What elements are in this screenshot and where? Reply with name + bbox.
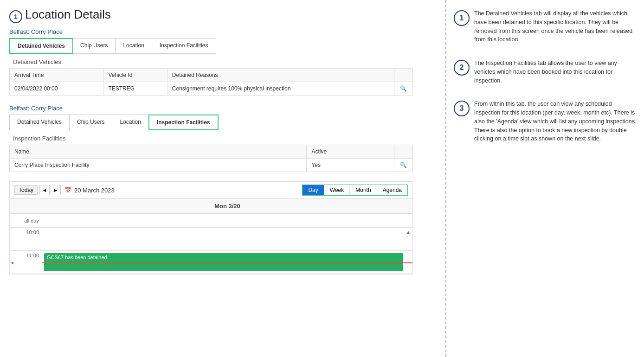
- view-agenda-button[interactable]: Agenda: [377, 185, 407, 195]
- col-name: Name: [10, 145, 307, 159]
- detained-vehicles-table: Arrival Time Vehicle Id Detained Reasons…: [9, 68, 413, 96]
- calendar-icon: 📅: [64, 187, 71, 193]
- view-day-button[interactable]: Day: [303, 185, 324, 195]
- tab-chip-users-1[interactable]: Chip Users: [73, 38, 116, 53]
- all-day-content: [42, 214, 412, 227]
- time-row-11: ► 11:00 GCS67 has been detained: [10, 251, 412, 274]
- calendar-date: 20 March 2023: [74, 187, 115, 194]
- tab-detained-vehicles-2[interactable]: Detained Vehicles: [10, 115, 70, 130]
- tab-location-1[interactable]: Location: [116, 38, 152, 53]
- help-circle-1: 1: [454, 10, 470, 26]
- tabs-2: Detained Vehicles Chip Users Location In…: [9, 115, 219, 130]
- section-inspection-facilities: Belfast: Corry Place Detained Vehicles C…: [9, 105, 436, 274]
- inspection-facilities-title: Inspection Facilities: [13, 135, 436, 142]
- table-row: 02/04/2022 00:00 TESTREG Consignment req…: [10, 82, 413, 96]
- calendar-grid: Mon 3/20 all day 10:00 ▲ ► 11:00: [9, 199, 413, 274]
- time-col-header: [10, 199, 42, 213]
- search-icon-2[interactable]: 🔍: [400, 162, 407, 168]
- tab-inspection-facilities-1[interactable]: Inspection Facilities: [152, 38, 216, 53]
- time-content-10[interactable]: ▲: [42, 228, 412, 250]
- view-month-button[interactable]: Month: [350, 185, 377, 195]
- col-actions-1: [394, 69, 413, 82]
- section-detained-vehicles: Belfast: Corry Place Detained Vehicles C…: [9, 28, 436, 96]
- prev-arrow[interactable]: ◄: [39, 185, 50, 195]
- all-day-label: all day: [10, 214, 42, 227]
- help-item-2: 2 The Inspection Facilities tab allows t…: [454, 59, 637, 85]
- cell-facility-active: Yes: [307, 159, 394, 172]
- calendar-nav: Today ◄ ► 📅 20 March 2023 Day Week Month…: [9, 181, 413, 199]
- cell-search-1[interactable]: 🔍: [394, 82, 413, 96]
- detained-vehicles-title: Detained Vehicles: [13, 58, 436, 65]
- table-row: Corry Place Inspection Facility Yes 🔍: [10, 159, 413, 172]
- current-time-line: [42, 262, 412, 263]
- col-active: Active: [307, 145, 394, 159]
- tabs-1: Detained Vehicles Chip Users Location In…: [9, 38, 216, 54]
- help-item-1: 1 The Detained Vehicles tab will display…: [454, 9, 637, 44]
- search-icon-1[interactable]: 🔍: [400, 85, 407, 92]
- scroll-indicator: ▲: [406, 228, 411, 250]
- cell-facility-name: Corry Place Inspection Facility: [10, 159, 307, 172]
- inspection-facilities-table: Name Active Corry Place Inspection Facil…: [9, 145, 413, 172]
- view-week-button[interactable]: Week: [324, 185, 350, 195]
- today-button[interactable]: Today: [14, 185, 38, 195]
- time-content-11[interactable]: GCS67 has been detained: [42, 251, 412, 274]
- next-arrow[interactable]: ►: [51, 185, 61, 195]
- cell-arrival-time: 02/04/2022 00:00: [10, 82, 103, 96]
- tab-inspection-facilities-2[interactable]: Inspection Facilities: [148, 115, 219, 130]
- scroll-up-icon: ▲: [406, 230, 411, 235]
- col-vehicle-id: Vehicle Id: [103, 69, 167, 82]
- col-detained-reasons: Detained Reasons: [167, 69, 394, 82]
- main-content: 1 Location Details Belfast: Corry Place …: [0, 0, 445, 357]
- badge-1: 1: [9, 10, 22, 23]
- help-text-1: The Detained Vehicles tab will display a…: [474, 9, 637, 44]
- view-buttons: Day Week Month Agenda: [302, 185, 408, 196]
- help-text-2: The Inspection Facilities tab allows the…: [474, 59, 637, 85]
- location-name-2: Belfast: Corry Place: [9, 105, 436, 112]
- calendar-day-header: Mon 3/20: [42, 199, 412, 213]
- col-arrival-time: Arrival Time: [10, 69, 103, 82]
- tab-chip-users-2[interactable]: Chip Users: [70, 115, 112, 130]
- cell-vehicle-id: TESTREG: [103, 82, 167, 96]
- cell-search-2[interactable]: 🔍: [394, 159, 413, 172]
- right-panel: 1 The Detained Vehicles tab will display…: [445, 0, 644, 357]
- calendar-header-row: Mon 3/20: [10, 199, 412, 214]
- help-circle-3: 3: [454, 101, 470, 116]
- all-day-row: all day: [10, 214, 412, 228]
- tab-location-2[interactable]: Location: [112, 115, 148, 130]
- cell-detained-reasons: Consignment requires 100% physical inspe…: [167, 82, 394, 96]
- col-actions-2: [394, 145, 413, 159]
- help-text-3: From within this tab, the user can view …: [474, 100, 637, 143]
- time-label-10: 10:00: [10, 228, 42, 250]
- tab-detained-vehicles-1[interactable]: Detained Vehicles: [9, 38, 73, 54]
- time-row-10: 10:00 ▲: [10, 228, 412, 251]
- help-item-3: 3 From within this tab, the user can vie…: [454, 100, 637, 143]
- location-name-1: Belfast: Corry Place: [9, 28, 436, 35]
- page-title: Location Details: [25, 7, 111, 22]
- row-arrow: ►: [11, 260, 15, 265]
- help-circle-2: 2: [454, 60, 470, 76]
